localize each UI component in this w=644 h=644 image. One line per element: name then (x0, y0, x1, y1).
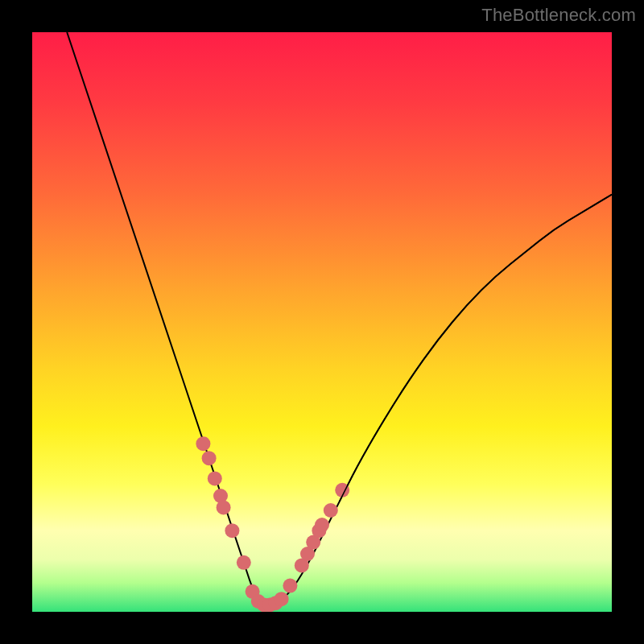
curve-marker (237, 555, 251, 570)
bottleneck-curve (67, 32, 612, 606)
curve-marker (208, 471, 222, 485)
curve-marker (315, 518, 329, 532)
curve-marker (217, 500, 231, 514)
marker-group (196, 436, 349, 612)
watermark-text: TheBottleneck.com (481, 5, 636, 26)
curve-marker (324, 503, 338, 518)
curve-marker (225, 523, 239, 538)
curve-marker (196, 436, 210, 451)
curve-marker (202, 451, 217, 465)
bottleneck-curve-right (340, 195, 612, 502)
plot-svg (32, 32, 612, 612)
curve-marker (275, 592, 289, 606)
curve-marker (283, 579, 297, 593)
plot-area (32, 32, 612, 612)
chart-frame: TheBottleneck.com (0, 0, 644, 644)
